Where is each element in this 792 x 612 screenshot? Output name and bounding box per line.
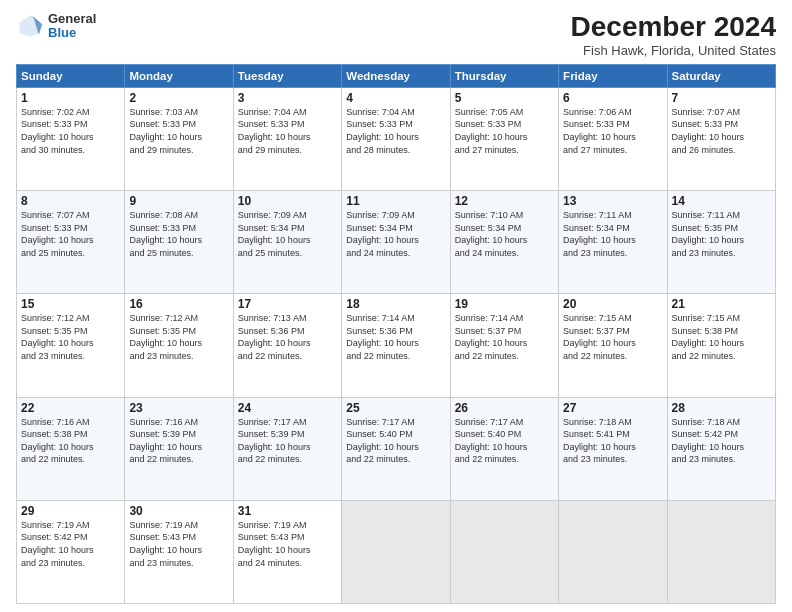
calendar-cell: 5Sunrise: 7:05 AM Sunset: 5:33 PM Daylig… <box>450 87 558 190</box>
calendar-cell: 20Sunrise: 7:15 AM Sunset: 5:37 PM Dayli… <box>559 294 667 397</box>
calendar-cell: 26Sunrise: 7:17 AM Sunset: 5:40 PM Dayli… <box>450 397 558 500</box>
day-number: 5 <box>455 91 554 105</box>
day-number: 29 <box>21 504 120 518</box>
day-number: 18 <box>346 297 445 311</box>
calendar-cell: 29Sunrise: 7:19 AM Sunset: 5:42 PM Dayli… <box>17 500 125 603</box>
col-saturday: Saturday <box>667 64 775 87</box>
day-number: 6 <box>563 91 662 105</box>
calendar-week-4: 29Sunrise: 7:19 AM Sunset: 5:42 PM Dayli… <box>17 500 776 603</box>
col-monday: Monday <box>125 64 233 87</box>
col-thursday: Thursday <box>450 64 558 87</box>
day-info: Sunrise: 7:15 AM Sunset: 5:37 PM Dayligh… <box>563 312 662 362</box>
calendar-cell: 18Sunrise: 7:14 AM Sunset: 5:36 PM Dayli… <box>342 294 450 397</box>
day-number: 8 <box>21 194 120 208</box>
day-number: 20 <box>563 297 662 311</box>
day-info: Sunrise: 7:17 AM Sunset: 5:40 PM Dayligh… <box>346 416 445 466</box>
calendar-week-3: 22Sunrise: 7:16 AM Sunset: 5:38 PM Dayli… <box>17 397 776 500</box>
calendar-cell: 6Sunrise: 7:06 AM Sunset: 5:33 PM Daylig… <box>559 87 667 190</box>
calendar-cell <box>342 500 450 603</box>
day-info: Sunrise: 7:19 AM Sunset: 5:42 PM Dayligh… <box>21 519 120 569</box>
logo-icon <box>16 12 44 40</box>
day-info: Sunrise: 7:07 AM Sunset: 5:33 PM Dayligh… <box>21 209 120 259</box>
calendar-cell: 31Sunrise: 7:19 AM Sunset: 5:43 PM Dayli… <box>233 500 341 603</box>
day-number: 21 <box>672 297 771 311</box>
month-title: December 2024 <box>571 12 776 43</box>
day-number: 15 <box>21 297 120 311</box>
day-info: Sunrise: 7:18 AM Sunset: 5:41 PM Dayligh… <box>563 416 662 466</box>
day-info: Sunrise: 7:18 AM Sunset: 5:42 PM Dayligh… <box>672 416 771 466</box>
day-info: Sunrise: 7:10 AM Sunset: 5:34 PM Dayligh… <box>455 209 554 259</box>
calendar-cell: 8Sunrise: 7:07 AM Sunset: 5:33 PM Daylig… <box>17 191 125 294</box>
day-number: 10 <box>238 194 337 208</box>
day-number: 25 <box>346 401 445 415</box>
header: General Blue December 2024 Fish Hawk, Fl… <box>16 12 776 58</box>
day-info: Sunrise: 7:06 AM Sunset: 5:33 PM Dayligh… <box>563 106 662 156</box>
day-info: Sunrise: 7:09 AM Sunset: 5:34 PM Dayligh… <box>346 209 445 259</box>
day-info: Sunrise: 7:16 AM Sunset: 5:38 PM Dayligh… <box>21 416 120 466</box>
day-info: Sunrise: 7:02 AM Sunset: 5:33 PM Dayligh… <box>21 106 120 156</box>
day-number: 31 <box>238 504 337 518</box>
day-number: 11 <box>346 194 445 208</box>
logo-text: General Blue <box>48 12 96 41</box>
day-number: 17 <box>238 297 337 311</box>
calendar-cell: 19Sunrise: 7:14 AM Sunset: 5:37 PM Dayli… <box>450 294 558 397</box>
calendar-cell: 25Sunrise: 7:17 AM Sunset: 5:40 PM Dayli… <box>342 397 450 500</box>
day-number: 27 <box>563 401 662 415</box>
calendar-week-0: 1Sunrise: 7:02 AM Sunset: 5:33 PM Daylig… <box>17 87 776 190</box>
calendar-cell: 14Sunrise: 7:11 AM Sunset: 5:35 PM Dayli… <box>667 191 775 294</box>
day-number: 7 <box>672 91 771 105</box>
day-number: 28 <box>672 401 771 415</box>
day-info: Sunrise: 7:17 AM Sunset: 5:40 PM Dayligh… <box>455 416 554 466</box>
day-info: Sunrise: 7:04 AM Sunset: 5:33 PM Dayligh… <box>238 106 337 156</box>
calendar-cell <box>667 500 775 603</box>
calendar-cell: 1Sunrise: 7:02 AM Sunset: 5:33 PM Daylig… <box>17 87 125 190</box>
calendar-cell: 2Sunrise: 7:03 AM Sunset: 5:33 PM Daylig… <box>125 87 233 190</box>
day-info: Sunrise: 7:14 AM Sunset: 5:37 PM Dayligh… <box>455 312 554 362</box>
day-number: 26 <box>455 401 554 415</box>
calendar-cell: 11Sunrise: 7:09 AM Sunset: 5:34 PM Dayli… <box>342 191 450 294</box>
day-info: Sunrise: 7:04 AM Sunset: 5:33 PM Dayligh… <box>346 106 445 156</box>
col-friday: Friday <box>559 64 667 87</box>
calendar-cell: 30Sunrise: 7:19 AM Sunset: 5:43 PM Dayli… <box>125 500 233 603</box>
day-number: 3 <box>238 91 337 105</box>
day-info: Sunrise: 7:16 AM Sunset: 5:39 PM Dayligh… <box>129 416 228 466</box>
calendar-table: Sunday Monday Tuesday Wednesday Thursday… <box>16 64 776 604</box>
day-info: Sunrise: 7:09 AM Sunset: 5:34 PM Dayligh… <box>238 209 337 259</box>
day-number: 19 <box>455 297 554 311</box>
day-info: Sunrise: 7:05 AM Sunset: 5:33 PM Dayligh… <box>455 106 554 156</box>
calendar-week-1: 8Sunrise: 7:07 AM Sunset: 5:33 PM Daylig… <box>17 191 776 294</box>
calendar-cell: 10Sunrise: 7:09 AM Sunset: 5:34 PM Dayli… <box>233 191 341 294</box>
calendar-cell <box>559 500 667 603</box>
day-info: Sunrise: 7:11 AM Sunset: 5:34 PM Dayligh… <box>563 209 662 259</box>
calendar-cell: 24Sunrise: 7:17 AM Sunset: 5:39 PM Dayli… <box>233 397 341 500</box>
day-info: Sunrise: 7:17 AM Sunset: 5:39 PM Dayligh… <box>238 416 337 466</box>
logo-general: General <box>48 12 96 26</box>
calendar-cell: 27Sunrise: 7:18 AM Sunset: 5:41 PM Dayli… <box>559 397 667 500</box>
calendar-week-2: 15Sunrise: 7:12 AM Sunset: 5:35 PM Dayli… <box>17 294 776 397</box>
day-info: Sunrise: 7:13 AM Sunset: 5:36 PM Dayligh… <box>238 312 337 362</box>
calendar-cell: 17Sunrise: 7:13 AM Sunset: 5:36 PM Dayli… <box>233 294 341 397</box>
day-number: 23 <box>129 401 228 415</box>
day-info: Sunrise: 7:07 AM Sunset: 5:33 PM Dayligh… <box>672 106 771 156</box>
day-info: Sunrise: 7:19 AM Sunset: 5:43 PM Dayligh… <box>238 519 337 569</box>
calendar-cell: 13Sunrise: 7:11 AM Sunset: 5:34 PM Dayli… <box>559 191 667 294</box>
location: Fish Hawk, Florida, United States <box>571 43 776 58</box>
day-info: Sunrise: 7:15 AM Sunset: 5:38 PM Dayligh… <box>672 312 771 362</box>
day-number: 4 <box>346 91 445 105</box>
calendar-cell: 9Sunrise: 7:08 AM Sunset: 5:33 PM Daylig… <box>125 191 233 294</box>
calendar-cell: 16Sunrise: 7:12 AM Sunset: 5:35 PM Dayli… <box>125 294 233 397</box>
day-info: Sunrise: 7:12 AM Sunset: 5:35 PM Dayligh… <box>21 312 120 362</box>
calendar-cell: 21Sunrise: 7:15 AM Sunset: 5:38 PM Dayli… <box>667 294 775 397</box>
calendar-cell: 15Sunrise: 7:12 AM Sunset: 5:35 PM Dayli… <box>17 294 125 397</box>
day-number: 12 <box>455 194 554 208</box>
col-tuesday: Tuesday <box>233 64 341 87</box>
day-number: 30 <box>129 504 228 518</box>
day-info: Sunrise: 7:11 AM Sunset: 5:35 PM Dayligh… <box>672 209 771 259</box>
logo: General Blue <box>16 12 96 41</box>
title-section: December 2024 Fish Hawk, Florida, United… <box>571 12 776 58</box>
day-number: 9 <box>129 194 228 208</box>
calendar-cell: 28Sunrise: 7:18 AM Sunset: 5:42 PM Dayli… <box>667 397 775 500</box>
col-sunday: Sunday <box>17 64 125 87</box>
page: General Blue December 2024 Fish Hawk, Fl… <box>0 0 792 612</box>
day-info: Sunrise: 7:03 AM Sunset: 5:33 PM Dayligh… <box>129 106 228 156</box>
